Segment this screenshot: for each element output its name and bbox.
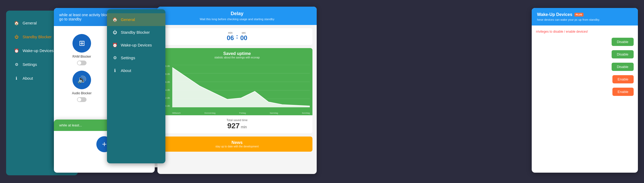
privilege-warning: rrivileges to disable / enable devices! xyxy=(536,30,634,33)
speaker-icon: 🔊 xyxy=(77,75,87,84)
nav-label-about: About xyxy=(121,68,131,73)
nav-menu-panel: 🏠 General ⏻ Standby Blocker ⏰ Wake-up De… xyxy=(107,9,165,163)
main-content-panel: Delay Wait this long before checking usa… xyxy=(157,7,317,174)
sidebar-label-general: General xyxy=(23,21,37,25)
wakeup-content: rrivileges to disable / enable devices! … xyxy=(532,25,638,104)
min-value: 06 xyxy=(227,34,234,42)
disable-button-2[interactable]: Disable xyxy=(612,50,634,58)
wakeup-plus-tag: PLUS xyxy=(574,13,583,16)
x-label-samstag: Samstag xyxy=(270,112,278,114)
audio-blocker-item: 🔊 Audio Blocker xyxy=(59,71,104,102)
enable-button-2[interactable]: Enable xyxy=(612,88,634,96)
total-label: Total saved time xyxy=(165,118,309,122)
sidebar-label-standby: Standby Blocker xyxy=(23,35,51,39)
ram-toggle[interactable] xyxy=(77,61,87,65)
wakeup-title-row: Wake-Up Devices PLUS xyxy=(537,12,633,17)
chart-area: 10.0h 8.0h 6.0h 4.0h 2.0h 0.0h xyxy=(162,62,312,115)
timer-colon: : xyxy=(236,33,238,40)
x-label-freitag: Freitag xyxy=(239,112,246,114)
wakeup-header: Wake-Up Devices PLUS hese devices can wa… xyxy=(532,8,638,25)
nav-item-standby[interactable]: ⏻ Standby Blocker xyxy=(107,26,165,39)
plus-icon: + xyxy=(102,140,107,149)
chart-section: Saved uptime statistic about the savings… xyxy=(162,48,312,133)
delay-timer[interactable]: min 06 : sec 00 xyxy=(162,28,312,45)
news-section[interactable]: News stay up to date with the developmen… xyxy=(162,137,312,152)
power-icon: ⏻ xyxy=(14,34,19,40)
nav-item-wakeup[interactable]: ⏰ Wake-up Devices xyxy=(107,39,165,52)
disable-button-1[interactable]: Disable xyxy=(612,38,634,46)
delay-subtitle: Wait this long before checking usage and… xyxy=(163,18,311,21)
wakeup-title: Wake-Up Devices xyxy=(537,12,572,17)
x-label-sonntag: Sonntag xyxy=(302,112,310,114)
disable-button-3[interactable]: Disable xyxy=(612,63,634,71)
nav-label-standby: Standby Blocker xyxy=(121,30,150,35)
total-value-row: 927 min xyxy=(165,122,309,130)
svg-marker-6 xyxy=(172,67,310,107)
chart-title: Saved uptime xyxy=(166,51,308,56)
delay-title: Delay xyxy=(163,11,311,16)
news-subtitle: stay up to date with the development xyxy=(166,145,308,148)
ram-blocker-label: RAM Blocker xyxy=(72,55,91,58)
home-icon: 🏠 xyxy=(14,20,19,26)
device-row-3: Disable xyxy=(536,63,634,71)
sec-value: 00 xyxy=(240,34,247,42)
nav-label-wakeup: Wake-up Devices xyxy=(121,43,152,47)
x-label-mittwoch: Mittwoch xyxy=(172,112,181,114)
total-value: 927 xyxy=(227,122,240,130)
chart-subtitle: statistic about the savings with econap xyxy=(166,56,308,59)
nav-item-settings[interactable]: ⚙ Settings xyxy=(107,52,165,64)
audio-icon-circle: 🔊 xyxy=(72,71,91,89)
device-row-5: Enable xyxy=(536,88,634,96)
wakeup-panel: Wake-Up Devices PLUS hese devices can wa… xyxy=(532,8,638,173)
enable-button-1[interactable]: Enable xyxy=(612,75,634,83)
sidebar-label-about: About xyxy=(23,76,33,80)
wakeup-subtitle: hese devices can wake your pc up from st… xyxy=(537,18,633,21)
total-unit: min xyxy=(241,125,247,129)
sidebar-label-wakeup: Wake-up Devices xyxy=(23,48,54,53)
sec-label: sec xyxy=(240,31,247,34)
nav-item-about[interactable]: ℹ About xyxy=(107,64,165,77)
news-title: News xyxy=(166,140,308,145)
alarm-icon: ⏰ xyxy=(14,48,19,54)
nav-label-settings: Settings xyxy=(121,56,135,60)
sidebar-label-settings: Settings xyxy=(23,62,37,67)
audio-toggle[interactable] xyxy=(77,97,87,102)
info-icon: ℹ xyxy=(14,75,19,81)
chart-total: Total saved time 927 min xyxy=(162,115,312,133)
ram-icon: ⊞ xyxy=(79,39,85,48)
ram-blocker-item: ⊞ RAM Blocker xyxy=(59,34,104,65)
nav-gear-icon: ⚙ xyxy=(112,55,118,61)
gear-icon: ⚙ xyxy=(14,62,19,67)
device-row-1: Disable xyxy=(536,38,634,46)
device-row-2: Disable xyxy=(536,50,634,58)
nav-alarm-icon: ⏰ xyxy=(112,42,118,48)
device-row-4: Enable xyxy=(536,75,634,83)
x-label-donnerstag: Donnerstag xyxy=(204,112,215,114)
nav-item-general[interactable]: 🏠 General xyxy=(107,13,165,26)
delay-section: Delay Wait this long before checking usa… xyxy=(157,7,317,25)
nav-info-icon: ℹ xyxy=(112,68,118,73)
x-axis-labels: Mittwoch Donnerstag Freitag Samstag Sonn… xyxy=(172,112,310,114)
audio-blocker-label: Audio Blocker xyxy=(72,91,92,95)
nav-home-icon: 🏠 xyxy=(112,17,118,22)
nav-label-general: General xyxy=(121,17,135,22)
min-label: min xyxy=(227,31,234,34)
chart-svg xyxy=(172,65,310,107)
chart-header: Saved uptime statistic about the savings… xyxy=(162,48,312,62)
second-header-text: while at least... xyxy=(59,123,82,127)
nav-power-icon: ⏻ xyxy=(112,30,118,35)
ram-icon-circle: ⊞ xyxy=(72,34,91,53)
